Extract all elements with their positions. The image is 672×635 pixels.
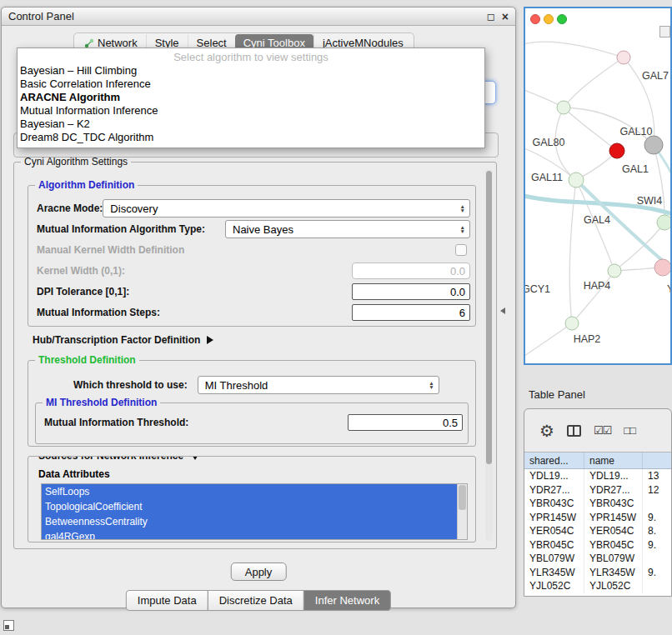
table-cell: YBL079W [524,552,584,566]
node-label: GAL1 [622,163,649,175]
attribute-item[interactable]: gal4RGexp [42,529,457,540]
data-attributes-list: SelfLoopsTopologicalCoefficientBetweenne… [41,483,468,540]
network-canvas[interactable]: GAL7GAL80GAL10GAL11GAL1SWI4GAL4GCY1HAP4Y… [525,8,670,363]
which-threshold-label: Which threshold to use: [73,379,188,391]
table-cell [643,579,671,593]
algorithm-option[interactable]: Bayesian – K2 [18,118,484,131]
close-window-button[interactable]: × [502,10,509,23]
node-label: GAL11 [531,172,563,183]
node-label: Y [667,283,670,295]
table-panel-title: Table Panel [529,388,585,401]
which-threshold-select[interactable]: MI Threshold ▲▼ [198,376,439,394]
table-panel-window: ⚙ ☑☑ □□ shared...name YDL19...YDL19...13… [524,408,672,597]
stepper-arrows-icon: ▲▼ [460,204,469,212]
window-titlebar[interactable]: Control Panel ◻ × [2,8,515,26]
node-label: GAL7 [642,70,669,82]
table-cell: YPR145W [524,511,584,525]
algorithm-option[interactable]: ARACNE Algorithm [18,91,484,104]
select-all-icon[interactable]: ☑☑ [594,424,611,437]
network-scrollbar-button[interactable] [659,26,670,38]
table-row[interactable]: YBR045CYBR045C9. [524,538,671,552]
apply-button[interactable]: Apply [231,562,287,581]
table-row[interactable]: YPR145WYPR145W9. [524,511,671,525]
settings-scrollbar[interactable] [485,169,493,541]
mi-type-label: Mutual Information Algorithm Type: [37,223,205,235]
table-cell: 9. [643,566,671,580]
table-row[interactable]: YDL19...YDL19...13 [524,469,671,483]
table-row[interactable]: YER054CYER054C8. [524,524,671,538]
aracne-mode-select[interactable]: Discovery ▲▼ [103,199,470,218]
network-node[interactable] [654,259,670,276]
manual-kernel-row: Manual Kernel Width Definition [37,241,470,259]
attribute-item[interactable]: TopologicalCoefficient [42,499,457,514]
sources-group: Sources for Network Inference Data Attri… [28,456,476,542]
network-node[interactable] [644,136,663,154]
table-toolbar: ⚙ ☑☑ □□ [524,409,671,452]
network-node[interactable] [657,215,670,230]
splitter-collapse-arrow[interactable] [500,308,505,314]
table-cell: YJL052C [524,579,584,593]
columns-icon[interactable] [567,425,581,437]
table-cell: YER054C [524,524,584,538]
tab-discretize-data[interactable]: Discretize Data [208,590,304,611]
network-edge [525,323,572,358]
algorithm-definition-group: Algorithm Definition Aracne Mode: Discov… [28,185,476,327]
cyni-settings-group-title: Cyni Algorithm Settings [21,156,131,168]
network-edge [525,42,624,58]
zoom-traffic-light[interactable] [557,14,567,24]
table-row[interactable]: YDR27...YDR27...12 [524,483,671,498]
mi-type-select[interactable]: Naive Bayes ▲▼ [225,220,470,238]
algorithm-option[interactable]: Dream8 DC_TDC Algorithm [18,131,484,144]
dpi-tolerance-input[interactable] [352,283,470,300]
mi-steps-row: Mutual Information Steps: [37,303,470,322]
column-header[interactable] [643,452,671,468]
kernel-width-input[interactable] [352,262,470,279]
network-node[interactable] [609,143,624,158]
attribute-item[interactable]: BetweennessCentrality [42,514,457,529]
deselect-all-icon[interactable]: □□ [624,424,635,437]
table-cell: YBR043C [584,497,643,511]
minimize-traffic-light[interactable] [544,14,554,24]
which-threshold-value: MI Threshold [205,379,268,392]
threshold-definition-title: Threshold Definition [35,354,139,366]
table-row[interactable]: YLR345WYLR345W9. [524,566,671,580]
stepper-arrows-icon: ▲▼ [460,225,469,233]
restore-panel-icon[interactable] [3,620,14,631]
mi-steps-input[interactable] [352,304,470,321]
hub-definition-toggle[interactable]: Hub/Transcription Factor Definition [33,334,213,346]
table-cell: 9. [643,538,671,552]
network-node[interactable] [565,317,579,330]
network-node[interactable] [569,172,584,188]
attributes-scrollbar[interactable] [457,484,467,539]
column-header[interactable]: name [584,452,643,468]
algorithm-option[interactable]: Mutual Information Inference [18,104,484,118]
network-node[interactable] [557,101,570,114]
window-title: Control Panel [8,10,74,22]
algorithm-option[interactable]: Basic Correlation Inference [18,78,484,91]
expanded-arrow-icon [191,456,199,460]
tab-infer-network[interactable]: Infer Network [303,590,391,611]
table-row[interactable]: YBR043CYBR043C [524,497,671,511]
close-traffic-light[interactable] [530,14,540,24]
table-row[interactable]: YJL052CYJL052C [524,579,671,593]
table-header: shared...name [524,452,671,469]
bottom-tabs: Impute Data Discretize Data Infer Networ… [126,590,391,611]
gear-icon[interactable]: ⚙ [539,422,554,439]
mi-type-row: Mutual Information Algorithm Type: Naive… [37,220,470,238]
node-label: GAL80 [533,137,565,148]
sources-toggle[interactable]: Sources for Network Inference [35,456,203,462]
column-header[interactable]: shared... [524,452,584,468]
tab-impute-data[interactable]: Impute Data [126,590,208,611]
network-node[interactable] [608,264,621,278]
aracne-mode-label: Aracne Mode: [37,202,103,214]
float-window-button[interactable]: ◻ [487,11,495,22]
network-node[interactable] [617,51,630,64]
manual-kernel-checkbox[interactable] [455,244,467,256]
mi-threshold-input[interactable] [348,414,463,431]
cyni-settings-group: Cyni Algorithm Settings Algorithm Defini… [13,162,497,549]
scrollbar-thumb[interactable] [486,171,492,464]
attribute-item[interactable]: SelfLoops [42,484,457,499]
table-row[interactable]: YBL079WYBL079W [524,552,671,566]
collapsed-arrow-icon [207,336,213,344]
algorithm-option[interactable]: Bayesian – Hill Climbing [18,64,484,78]
